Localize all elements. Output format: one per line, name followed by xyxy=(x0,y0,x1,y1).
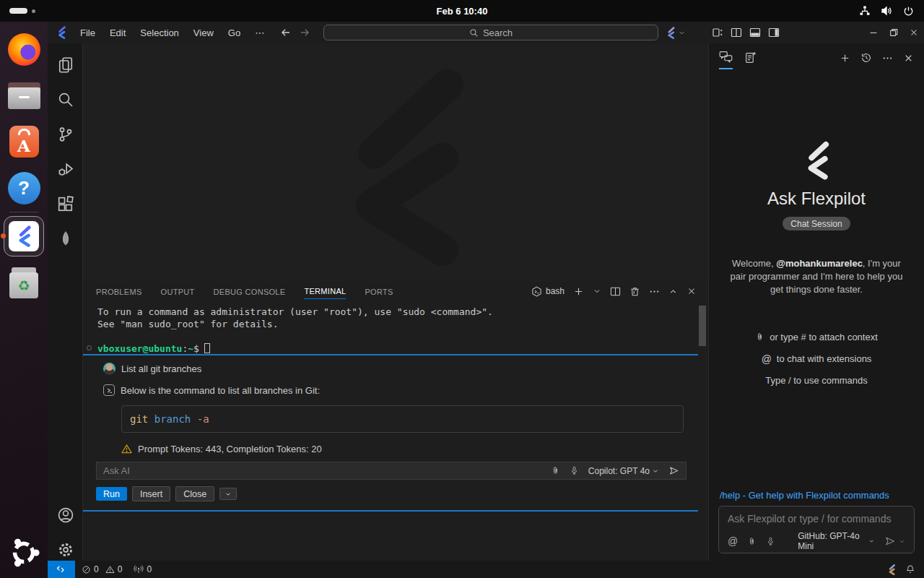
run-debug-icon[interactable] xyxy=(48,155,83,184)
terminal-scrollbar[interactable] xyxy=(699,306,706,346)
menu-go[interactable]: Go xyxy=(222,25,247,40)
flexpilot-menu-button[interactable] xyxy=(666,22,686,43)
flexpilot-watermark xyxy=(327,61,471,272)
run-button[interactable]: Run xyxy=(96,487,127,501)
chat-input-box[interactable]: Ask Flexpilot or type / for commands @ G… xyxy=(718,506,915,553)
close-window-icon[interactable] xyxy=(904,22,924,43)
restore-icon[interactable] xyxy=(884,22,904,43)
flexpilot-status-icon[interactable] xyxy=(887,564,896,575)
help-icon[interactable]: ? xyxy=(6,171,41,205)
warning-icon xyxy=(105,565,115,574)
chevron-down-icon xyxy=(899,538,905,545)
tab-ports[interactable]: PORTS xyxy=(365,284,393,299)
terminal-dropdown-icon[interactable] xyxy=(593,287,601,296)
minimize-icon[interactable] xyxy=(863,22,884,43)
command-decoration-icon[interactable] xyxy=(87,345,92,350)
model-picker[interactable]: Copilot: GPT 4o xyxy=(588,466,659,476)
attach-paperclip-icon[interactable] xyxy=(551,465,560,476)
flexpilot-logo-icon xyxy=(56,26,66,39)
more-options-dropdown[interactable] xyxy=(219,488,237,500)
ubuntu-software-icon[interactable]: A xyxy=(6,124,41,159)
back-arrow-icon[interactable] xyxy=(280,27,292,38)
at-mention-icon[interactable]: @ xyxy=(728,535,738,547)
ubuntu-logo-icon[interactable] xyxy=(6,535,41,570)
menu-edit[interactable]: Edit xyxy=(103,25,132,40)
power-icon[interactable] xyxy=(903,6,914,17)
ask-ai-input[interactable]: Ask AI Copilot: GPT 4o xyxy=(96,462,687,480)
chat-session-badge: Chat Session xyxy=(783,217,850,230)
source-control-icon[interactable] xyxy=(48,120,83,149)
tab-problems[interactable]: PROBLEMS xyxy=(96,284,142,299)
forward-arrow-icon[interactable] xyxy=(299,27,310,38)
send-icon[interactable] xyxy=(668,465,679,476)
status-bar: 0 0 0 xyxy=(48,561,924,578)
chat-tab-icon[interactable] xyxy=(719,46,733,69)
volume-icon[interactable] xyxy=(881,5,893,17)
hint-chat-extensions: @ to chat with extensions xyxy=(709,348,924,370)
editor-area[interactable] xyxy=(83,43,708,282)
sidebar-title: Ask Flexpilot xyxy=(709,189,924,209)
close-button[interactable]: Close xyxy=(175,486,214,501)
new-chat-icon[interactable] xyxy=(840,53,850,64)
maximize-panel-icon[interactable] xyxy=(668,287,678,296)
mic-icon[interactable] xyxy=(570,465,579,476)
command-center-search[interactable]: Search xyxy=(323,25,658,40)
customize-layout-icon[interactable] xyxy=(712,27,723,38)
system-tray[interactable] xyxy=(859,0,914,22)
notifications-bell-icon[interactable] xyxy=(905,564,915,574)
mic-icon[interactable] xyxy=(766,536,775,547)
send-button[interactable] xyxy=(884,535,905,547)
vscode-titlebar: File Edit Selection View Go ⋯ Search xyxy=(48,22,924,43)
toggle-secondary-sidebar-icon[interactable] xyxy=(768,27,780,38)
menu-more[interactable]: ⋯ xyxy=(248,25,271,40)
close-sidebar-icon[interactable] xyxy=(903,53,914,64)
system-clock[interactable]: Feb 6 10:40 xyxy=(0,0,924,22)
remote-indicator[interactable] xyxy=(48,561,75,578)
more-actions-icon[interactable] xyxy=(649,286,660,297)
tab-terminal[interactable]: TERMINAL xyxy=(304,283,346,299)
menu-view[interactable]: View xyxy=(187,25,220,40)
history-icon[interactable] xyxy=(860,52,872,64)
flexpilot-app-icon[interactable] xyxy=(4,216,44,256)
shell-label[interactable]: bash xyxy=(531,286,565,297)
insert-button[interactable]: Insert xyxy=(132,486,170,501)
account-icon[interactable] xyxy=(48,501,83,530)
firefox-icon[interactable] xyxy=(6,32,41,66)
broadcast-tower-icon xyxy=(134,564,144,574)
edit-session-icon[interactable] xyxy=(744,47,757,69)
hint-use-commands: Type / to use commands xyxy=(709,370,924,392)
mongodb-icon[interactable] xyxy=(48,224,83,253)
split-editor-icon[interactable] xyxy=(731,27,742,38)
panel-header: PROBLEMS OUTPUT DEBUG CONSOLE TERMINAL P… xyxy=(83,282,708,301)
code-block[interactable]: git branch -a xyxy=(121,405,684,433)
toggle-panel-icon[interactable] xyxy=(749,27,761,38)
close-panel-icon[interactable] xyxy=(687,286,697,296)
terminal-response-icon xyxy=(103,384,115,396)
kill-terminal-icon[interactable] xyxy=(629,286,640,297)
search-icon[interactable] xyxy=(48,85,83,114)
terminal-output[interactable]: To run a command as administrator (user … xyxy=(83,301,708,355)
bash-icon xyxy=(531,286,542,297)
menu-selection[interactable]: Selection xyxy=(134,25,185,40)
trash-icon[interactable]: ♻ xyxy=(6,265,41,300)
tab-output[interactable]: OUTPUT xyxy=(161,284,195,299)
model-picker[interactable]: GitHub: GPT-4o Mini xyxy=(798,531,875,551)
extensions-icon[interactable] xyxy=(48,190,83,219)
help-command-link[interactable]: /help - Get help with Flexpilot commands xyxy=(720,490,924,501)
problems-summary[interactable]: 0 0 xyxy=(82,564,122,574)
paperclip-icon xyxy=(755,332,764,342)
network-icon[interactable] xyxy=(859,5,871,17)
attach-paperclip-icon[interactable] xyxy=(747,536,757,547)
forwarded-ports[interactable]: 0 xyxy=(134,564,152,574)
files-icon[interactable] xyxy=(6,78,41,113)
tab-debug-console[interactable]: DEBUG CONSOLE xyxy=(214,284,286,299)
menu-file[interactable]: File xyxy=(74,25,102,40)
bottom-panel: PROBLEMS OUTPUT DEBUG CONSOLE TERMINAL P… xyxy=(83,282,708,561)
terminal-line: To run a command as administrator (user … xyxy=(97,306,708,318)
settings-gear-icon[interactable] xyxy=(48,535,83,564)
terminal-inline-chat: List all git branches Below is the comma… xyxy=(83,354,698,512)
split-terminal-icon[interactable] xyxy=(610,286,621,297)
more-actions-icon[interactable] xyxy=(882,53,893,64)
explorer-icon[interactable] xyxy=(48,51,83,79)
new-terminal-icon[interactable] xyxy=(573,286,584,297)
